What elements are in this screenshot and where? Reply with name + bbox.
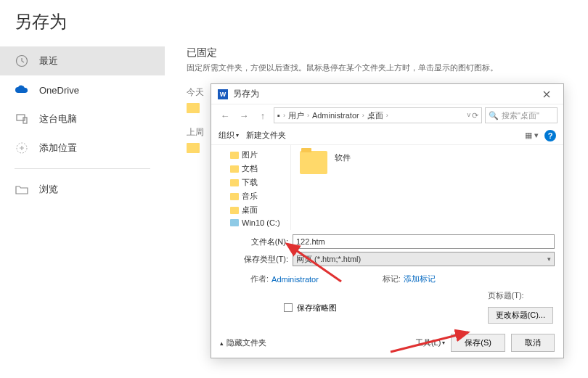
help-icon[interactable]: ? xyxy=(544,130,556,141)
folder-icon xyxy=(187,103,200,113)
organize-button[interactable]: 组织▾ xyxy=(219,130,239,141)
sidebar-item-addlocation[interactable]: 添加位置 xyxy=(0,133,165,163)
sidebar-item-label: 添加位置 xyxy=(39,141,77,155)
sidebar-item-recent[interactable]: 最近 xyxy=(0,46,165,75)
pc-icon xyxy=(15,112,29,126)
tools-dropdown[interactable]: 工具(L) ▾ xyxy=(415,337,445,348)
chevron-down-icon: ▾ xyxy=(442,340,445,346)
chevron-right-icon: › xyxy=(307,112,309,119)
add-location-icon xyxy=(15,141,29,155)
nav-back-icon[interactable]: ← xyxy=(217,107,233,123)
dialog-titlebar: W 另存为 xyxy=(211,84,563,104)
close-button[interactable] xyxy=(534,86,559,102)
search-input[interactable]: 🔍 搜索"桌面" xyxy=(485,107,558,123)
svg-text:W: W xyxy=(220,91,226,98)
file-list[interactable]: 软件 xyxy=(291,145,563,230)
cloud-icon xyxy=(15,83,29,97)
search-icon: 🔍 xyxy=(489,111,499,120)
folder-icon xyxy=(230,165,239,173)
folder-icon xyxy=(230,193,239,200)
dialog-title: 另存为 xyxy=(233,88,259,100)
pc-icon: ▪ xyxy=(277,111,280,120)
chevron-icon: ▴ xyxy=(220,340,224,347)
hide-folders-toggle[interactable]: ▴ 隐藏文件夹 xyxy=(220,337,266,348)
sidebar-item-label: 最近 xyxy=(39,54,58,67)
save-thumb-checkbox[interactable] xyxy=(284,303,293,312)
nav-row: ← → ↑ ▪ › 用户 › Administrator › 桌面 › v ⟳ … xyxy=(211,104,563,126)
author-label: 作者: xyxy=(250,274,269,284)
tree-item[interactable]: 桌面 xyxy=(211,203,290,217)
nav-up-icon[interactable]: ↑ xyxy=(255,107,271,123)
view-icon[interactable]: ▦ ▾ xyxy=(525,131,539,140)
sidebar-item-label: 这台电脑 xyxy=(39,112,77,126)
sidebar-item-label: OneDrive xyxy=(39,85,79,96)
chevron-right-icon: › xyxy=(362,112,364,119)
chevron-right-icon: › xyxy=(386,112,388,119)
new-folder-button[interactable]: 新建文件夹 xyxy=(246,130,286,141)
savetype-label: 保存类型(T): xyxy=(220,254,293,265)
save-as-dialog: W 另存为 ← → ↑ ▪ › 用户 › Administrator › 桌面 … xyxy=(211,83,564,358)
filename-label: 文件名(N): xyxy=(220,237,293,247)
chevron-down-icon[interactable]: v xyxy=(467,111,471,120)
crumb-item[interactable]: 用户 xyxy=(288,110,304,121)
chevron-down-icon: ▾ xyxy=(236,132,239,139)
folder-open-icon xyxy=(15,182,29,197)
folder-tree: 图片 文档 下载 音乐 桌面 Win10 (C:) xyxy=(211,145,291,230)
sidebar-item-thispc[interactable]: 这台电脑 xyxy=(0,104,165,133)
tree-item[interactable]: 文档 xyxy=(211,162,290,176)
folder-icon xyxy=(230,179,239,186)
author-value[interactable]: Administrator xyxy=(271,275,319,284)
chevron-right-icon: › xyxy=(283,112,285,119)
tag-value[interactable]: 添加标记 xyxy=(404,274,436,284)
folder-icon[interactable] xyxy=(300,151,327,174)
breadcrumb[interactable]: ▪ › 用户 › Administrator › 桌面 › v ⟳ xyxy=(274,107,482,123)
page-title-label: 页标题(T): xyxy=(488,290,553,301)
change-title-button[interactable]: 更改标题(C)... xyxy=(488,307,553,324)
tree-item[interactable]: 下载 xyxy=(211,176,290,189)
toolbar-row: 组织▾ 新建文件夹 ▦ ▾ ? xyxy=(211,126,563,145)
sidebar: 最近 OneDrive 这台电脑 添加位置 浏览 xyxy=(0,39,165,204)
sidebar-item-label: 浏览 xyxy=(39,183,58,196)
crumb-item[interactable]: Administrator xyxy=(312,111,359,120)
folder-icon xyxy=(230,152,239,159)
clock-icon xyxy=(15,54,29,68)
search-placeholder: 搜索"桌面" xyxy=(502,110,539,121)
tree-item-drive[interactable]: Win10 (C:) xyxy=(211,217,290,229)
pinned-subtitle: 固定所需文件夹，方便以后查找。鼠标悬停在某个文件夹上方时，单击显示的图钉图标。 xyxy=(187,62,573,73)
tag-label: 标记: xyxy=(383,274,401,284)
file-item-label[interactable]: 软件 xyxy=(335,152,351,163)
page-title: 另存为 xyxy=(0,0,588,39)
sidebar-item-onedrive[interactable]: OneDrive xyxy=(0,75,165,104)
save-button[interactable]: 保存(S) xyxy=(451,334,505,352)
chevron-down-icon: ▾ xyxy=(547,255,551,263)
drive-icon xyxy=(230,219,239,226)
crumb-item[interactable]: 桌面 xyxy=(367,110,383,121)
savetype-combo[interactable]: 网页 (*.htm;*.html) ▾ xyxy=(293,252,555,266)
folder-icon xyxy=(187,143,200,153)
folder-icon xyxy=(230,207,239,214)
app-icon: W xyxy=(217,89,229,100)
refresh-icon[interactable]: ⟳ xyxy=(472,111,478,120)
nav-forward-icon[interactable]: → xyxy=(236,107,252,123)
cancel-button[interactable]: 取消 xyxy=(511,334,555,352)
save-thumb-label: 保存缩略图 xyxy=(297,303,337,313)
tree-item[interactable]: 音乐 xyxy=(211,189,290,203)
pinned-title: 已固定 xyxy=(187,46,573,59)
filename-input[interactable] xyxy=(293,234,555,249)
divider xyxy=(15,168,150,169)
sidebar-item-browse[interactable]: 浏览 xyxy=(0,175,165,204)
tree-item[interactable]: 图片 xyxy=(211,148,290,162)
